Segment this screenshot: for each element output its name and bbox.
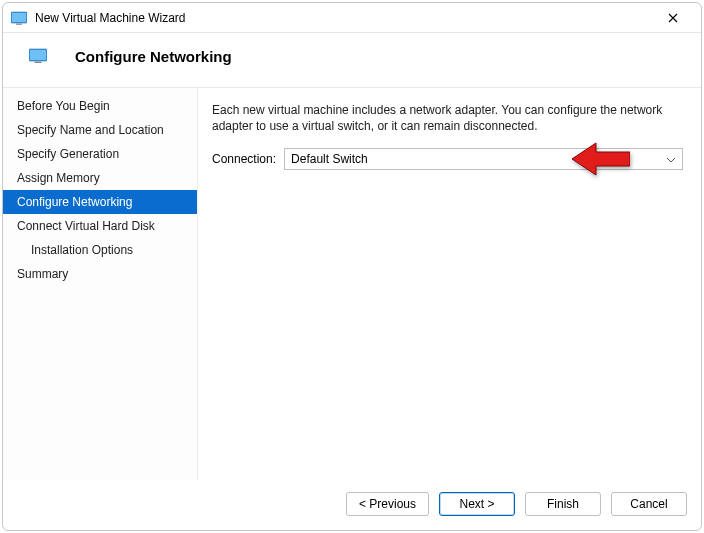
step-specify-generation[interactable]: Specify Generation xyxy=(3,142,197,166)
step-label: Before You Begin xyxy=(17,99,110,113)
step-label: Installation Options xyxy=(31,243,133,257)
svg-rect-2 xyxy=(16,23,22,24)
svg-rect-1 xyxy=(12,13,26,22)
chevron-down-icon xyxy=(666,152,676,166)
wizard-window: New Virtual Machine Wizard Configure Net… xyxy=(2,2,702,531)
wizard-content: Each new virtual machine includes a netw… xyxy=(198,88,701,480)
step-label: Connect Virtual Hard Disk xyxy=(17,219,155,233)
step-summary[interactable]: Summary xyxy=(3,262,197,286)
page-description: Each new virtual machine includes a netw… xyxy=(212,102,683,134)
window-title: New Virtual Machine Wizard xyxy=(35,11,653,25)
finish-button[interactable]: Finish xyxy=(525,492,601,516)
wizard-body: Before You Begin Specify Name and Locati… xyxy=(3,88,701,480)
step-label: Specify Generation xyxy=(17,147,119,161)
step-label: Summary xyxy=(17,267,68,281)
cancel-button[interactable]: Cancel xyxy=(611,492,687,516)
close-button[interactable] xyxy=(653,3,693,33)
step-connect-virtual-hard-disk[interactable]: Connect Virtual Hard Disk xyxy=(3,214,197,238)
page-title: Configure Networking xyxy=(75,48,232,65)
wizard-footer: < Previous Next > Finish Cancel xyxy=(3,480,701,530)
step-configure-networking[interactable]: Configure Networking xyxy=(3,190,197,214)
header-icon xyxy=(29,47,47,65)
step-label: Specify Name and Location xyxy=(17,123,164,137)
connection-field: Connection: Default Switch xyxy=(212,148,683,170)
step-before-you-begin[interactable]: Before You Begin xyxy=(3,94,197,118)
step-installation-options[interactable]: Installation Options xyxy=(3,238,197,262)
app-icon xyxy=(11,10,27,26)
step-label: Configure Networking xyxy=(17,195,132,209)
step-specify-name-location[interactable]: Specify Name and Location xyxy=(3,118,197,142)
connection-selected-value: Default Switch xyxy=(291,152,368,166)
connection-select[interactable]: Default Switch xyxy=(284,148,683,170)
connection-label: Connection: xyxy=(212,152,276,166)
wizard-steps-sidebar: Before You Begin Specify Name and Locati… xyxy=(3,88,198,480)
previous-button[interactable]: < Previous xyxy=(346,492,429,516)
titlebar: New Virtual Machine Wizard xyxy=(3,3,701,33)
step-label: Assign Memory xyxy=(17,171,100,185)
svg-rect-5 xyxy=(35,62,42,63)
step-assign-memory[interactable]: Assign Memory xyxy=(3,166,197,190)
next-button[interactable]: Next > xyxy=(439,492,515,516)
wizard-header: Configure Networking xyxy=(3,33,701,88)
svg-rect-4 xyxy=(30,50,46,60)
